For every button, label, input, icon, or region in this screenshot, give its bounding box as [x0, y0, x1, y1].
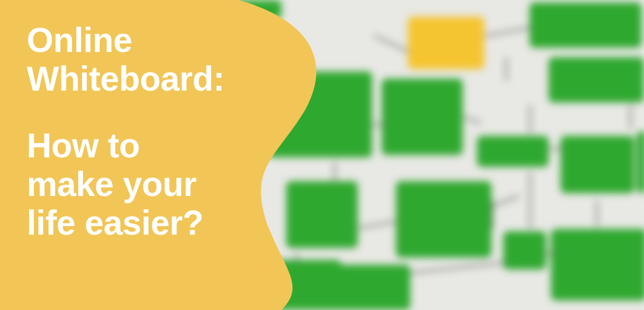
subtitle-line-3: life easier?	[27, 204, 275, 242]
subtitle-line-2: make your	[27, 165, 275, 204]
title-line-2: Whiteboard:	[27, 60, 275, 98]
title-line-1: Online	[27, 21, 275, 60]
headline-block: Online Whiteboard: How to make your life…	[27, 21, 275, 242]
subtitle-line-1: How to	[27, 126, 275, 165]
headline-spacer	[27, 98, 275, 126]
